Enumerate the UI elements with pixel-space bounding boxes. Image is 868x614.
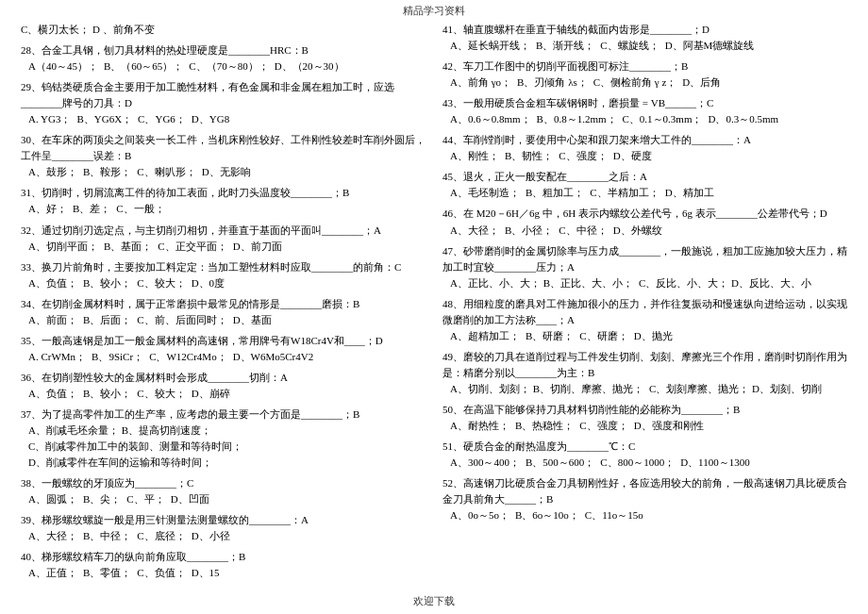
option-q36-0: A、负值；	[28, 386, 77, 402]
question-q39: 39、梯形螺纹螺旋一般是用三针测量法测量螺纹的________：AA、大径；B、…	[21, 512, 426, 544]
option-q51-3: D、1100～1300	[680, 455, 750, 471]
options-q50: A、耐热性；B、热稳性；C、强度；D、强度和刚性	[442, 418, 847, 434]
option-q35-0: A. CrWMn；	[28, 349, 86, 365]
option-q32-0: A、切削平面；	[28, 239, 98, 255]
option-q43-2: C、0.1～0.3mm；	[623, 111, 703, 127]
option-q50-1: B、热稳性；	[515, 418, 574, 434]
option-q40-1: B、零值；	[83, 565, 131, 581]
question-text-q50: 50、在高温下能够保持刀具材料切削性能的必能称为________；B	[442, 402, 847, 418]
question-q43: 43、一般用硬质合金粗车碳钢钢时，磨损量 = VB______；CA、0.6～0…	[442, 95, 847, 127]
option-q37-0: A、削减毛坯余量； B、提高切削速度；	[28, 423, 211, 439]
question-q46: 46、在 M20－6H／6g 中，6H 表示内螺纹公差代号，6g 表示_____…	[442, 206, 847, 238]
option-q35-2: C、W12Cr4Mo；	[149, 349, 227, 365]
options-q52: A、0o～5o；B、6o～10o；C、11o～15o	[442, 507, 847, 523]
option-q35-1: B、9SiCr；	[92, 349, 143, 365]
option-q45-1: B、粗加工；	[526, 185, 584, 201]
option-q43-3: D、0.3～0.5mm	[708, 111, 778, 127]
options-q30: A、鼓形；B、鞍形；C、喇叭形；D、无影响	[21, 164, 426, 180]
question-q40: 40、梯形螺纹精车刀的纵向前角应取________；BA、正值；B、零值；C、负…	[21, 549, 426, 581]
question-text-q33: 33、换刀片前角时，主要按加工料定定：当加工塑性材料时应取________的前角…	[21, 259, 426, 275]
question-q_c: C、横刃太长； D 、前角不变	[21, 22, 426, 38]
options-q41: A、延长蜗开线；B、渐开线；C、螺旋线；D、阿基M德螺旋线	[442, 38, 847, 54]
option-q40-2: C、负值；	[137, 565, 185, 581]
question-text-q49: 49、磨较的刀具在道削过程与工件发生切削、划刻、摩擦光三个作用，磨削时切削作用为…	[442, 349, 847, 381]
option-q47-1: C、反比、小、大； D、反比、大、小	[639, 275, 811, 291]
option-q42-2: C、侧检前角 γ z；	[593, 75, 677, 91]
option-q48-3: D、抛光	[634, 328, 673, 344]
page-header: 精品学习资料	[0, 0, 868, 20]
question-q36: 36、在切削塑性较大的金属材料时会形成________切削：AA、负值；B、较小…	[21, 370, 426, 402]
option-q28-1: B、（60～65）；	[104, 58, 183, 75]
question-q34: 34、在切削金属材料时，属于正常磨损中最常见的情形是________磨损：BA、…	[21, 296, 426, 328]
question-q45: 45、退火，正火一般安配在________之后：AA、毛坯制造；B、粗加工；C、…	[442, 169, 847, 201]
question-q37: 37、为了提高零件加工的生产率，应考虑的最主要一个方面是________；BA、…	[21, 407, 426, 471]
option-q48-0: A、超精加工；	[450, 328, 520, 344]
option-q44-2: C、强度；	[559, 148, 607, 164]
option-q36-3: D、崩碎	[192, 386, 230, 402]
option-q50-0: A、耐热性；	[450, 418, 509, 434]
options-q46: A、大径；B、小径；C、中径；D、外螺纹	[442, 223, 847, 239]
question-q41: 41、轴直腹螺杆在垂直于轴线的截面内齿形是________；DA、延长蜗开线；B…	[442, 22, 847, 54]
options-q36: A、负值；B、较小；C、较大；D、崩碎	[21, 386, 426, 402]
question-text-q40: 40、梯形螺纹精车刀的纵向前角应取________；B	[21, 549, 426, 565]
option-q39-3: D、小径	[192, 528, 230, 544]
question-q28: 28、合金工具钢，刨刀具材料的热处理硬度是________HRC：BA（40～4…	[21, 42, 426, 75]
question-text-q45: 45、退火，正火一般安配在________之后：A	[442, 169, 847, 185]
question-text-q44: 44、车削镗削时，要使用中心架和跟刀架来增大工件的________：A	[442, 132, 847, 148]
option-q40-0: A、正值；	[28, 565, 77, 581]
options-q51: A、300～400；B、500～600；C、800～1000；D、1100～13…	[442, 455, 847, 471]
option-q35-3: D、W6Mo5Cr4V2	[233, 349, 314, 365]
question-text-q41: 41、轴直腹螺杆在垂直于轴线的截面内齿形是________；D	[442, 22, 847, 38]
question-text-q30: 30、在车床的两顶尖之间装夹一长工件，当机床刚性较好、工件刚性较差时车削外圆后，…	[21, 132, 426, 164]
option-q31-0: A、好；	[28, 201, 67, 217]
options-q33: A、负值；B、较小；C、较大；D、0度	[21, 275, 426, 291]
options-q29: A. YG3；B、YG6X；C、YG6；D、YG8	[21, 111, 426, 127]
option-q50-3: D、强度和刚性	[634, 418, 704, 434]
option-q42-0: A、前角 γo；	[450, 75, 511, 91]
question-text-q34: 34、在切削金属材料时，属于正常磨损中最常见的情形是________磨损：B	[21, 296, 426, 312]
options-q38: A、圆弧；B、尖；C、平；D、凹面	[21, 491, 426, 507]
question-text-q43: 43、一般用硬质合金粗车碳钢钢时，磨损量 = VB______；C	[442, 95, 847, 111]
option-q33-2: C、较大；	[137, 275, 185, 291]
option-q29-0: A. YG3；	[28, 111, 71, 127]
options-q37: A、削减毛坯余量； B、提高切削速度；C、削减零件加工中的装卸、测量和等待时间；…	[21, 423, 426, 471]
option-q33-3: D、0度	[192, 275, 225, 291]
option-q39-0: A、大径；	[28, 528, 77, 544]
option-q30-0: A、鼓形；	[28, 164, 77, 180]
question-q42: 42、车刀工作图中的切削平面视图可标注________；BA、前角 γo；B、刃…	[442, 58, 847, 91]
question-q32: 32、通过切削刃选定点，与主切削刃相切，并垂直于基面的平面叫________；A…	[21, 223, 426, 255]
option-q42-3: D、后角	[682, 75, 721, 91]
option-q37-2: D、削减零件在车间的运输和等待时间；	[28, 455, 212, 471]
option-q33-1: B、较小；	[83, 275, 131, 291]
question-text-q_c: C、横刃太长； D 、前角不变	[21, 22, 426, 38]
question-text-q36: 36、在切削塑性较大的金属材料时会形成________切削：A	[21, 370, 426, 386]
option-q29-1: B、YG6X；	[76, 111, 132, 127]
question-q51: 51、硬质合金的耐热温度为________℃：CA、300～400；B、500～…	[442, 439, 847, 471]
question-q33: 33、换刀片前角时，主要按加工料定定：当加工塑性材料时应取________的前角…	[21, 259, 426, 291]
options-q47: A、正比、小、大； B、正比、大、小；C、反比、小、大； D、反比、大、小	[442, 275, 847, 291]
option-q51-2: C、800～1000；	[600, 455, 675, 471]
question-q38: 38、一般螺纹的牙顶应为________；CA、圆弧；B、尖；C、平；D、凹面	[21, 475, 426, 507]
option-q38-3: D、凹面	[171, 491, 209, 507]
option-q31-1: B、差；	[73, 201, 110, 217]
option-q46-3: D、外螺纹	[613, 223, 662, 239]
question-text-q42: 42、车刀工作图中的切削平面视图可标注________；B	[442, 58, 847, 75]
option-q28-0: A（40～45）；	[28, 58, 98, 75]
question-text-q28: 28、合金工具钢，刨刀具材料的热处理硬度是________HRC：B	[21, 42, 426, 58]
option-q50-2: C、强度；	[579, 418, 627, 434]
question-text-q39: 39、梯形螺纹螺旋一般是用三针测量法测量螺纹的________：A	[21, 512, 426, 528]
option-q36-2: C、较大；	[137, 386, 185, 402]
question-q35: 35、一般高速钢是加工一般金属材料的高速钢，常用牌号有W18Cr4V和____；…	[21, 333, 426, 365]
option-q41-2: C、螺旋线；	[600, 38, 659, 54]
right-column: 41、轴直腹螺杆在垂直于轴线的截面内齿形是________；DA、延长蜗开线；B…	[439, 20, 851, 588]
options-q43: A、0.6～0.8mm；B、0.8～1.2mm；C、0.1～0.3mm；D、0.…	[442, 111, 847, 127]
question-q44: 44、车削镗削时，要使用中心架和跟刀架来增大工件的________：AA、刚性；…	[442, 132, 847, 164]
option-q45-3: D、精加工	[665, 185, 714, 201]
option-q44-0: A、刚性；	[450, 148, 499, 164]
options-q48: A、超精加工；B、研磨；C、研磨；D、抛光	[442, 328, 847, 344]
page-footer: 欢迎下载	[0, 590, 868, 612]
question-q29: 29、钨钴类硬质合金主要用于加工脆性材料，有色金属和非金属在粗加工时，应选___…	[21, 79, 426, 127]
option-q36-1: B、较小；	[83, 386, 131, 402]
options-q49: A、切削、划刻； B、切削、摩擦、抛光；C、划刻摩擦、抛光； D、划刻、切削	[442, 381, 847, 397]
options-q45: A、毛坯制造；B、粗加工；C、半精加工；D、精加工	[442, 185, 847, 201]
